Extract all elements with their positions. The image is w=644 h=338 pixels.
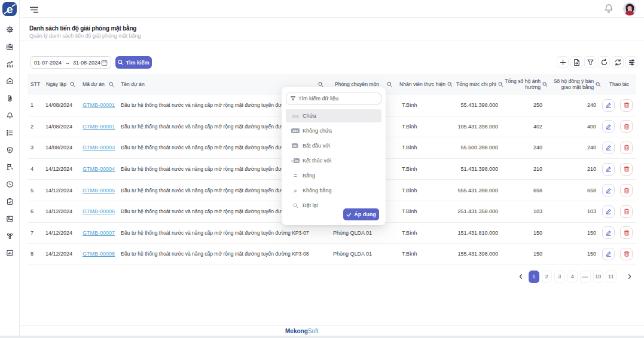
svg-text:e: e (7, 3, 13, 16)
